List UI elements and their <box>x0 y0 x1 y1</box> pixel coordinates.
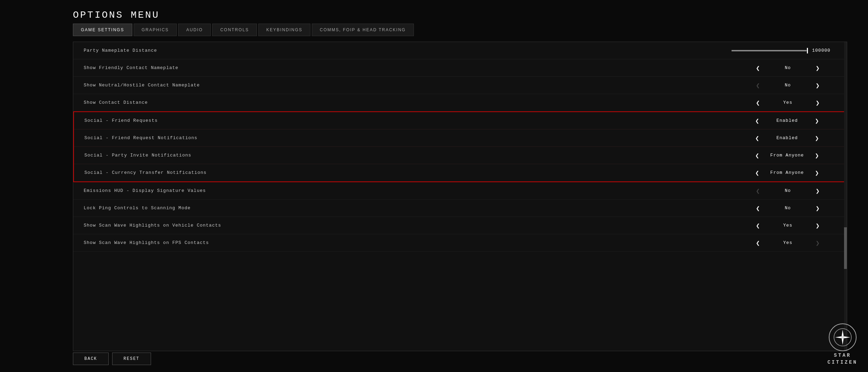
chevron-right-icon <box>815 135 819 141</box>
tab-keybindings[interactable]: KEYBINDINGS <box>258 24 310 36</box>
setting-label-social-party-invite-notifications: Social - Party Invite Notifications <box>84 153 738 158</box>
chevron-right-icon <box>815 118 819 124</box>
chevron-left-icon <box>755 135 759 141</box>
setting-row-show-contact-distance: Show Contact Distance Yes <box>73 94 847 111</box>
chevron-left-icon <box>755 170 759 176</box>
setting-value-emissions-hud: No <box>767 188 809 193</box>
setting-label-emissions-hud: Emissions HUD - Display Signature Values <box>84 188 739 193</box>
prev-button-show-neutral-hostile[interactable] <box>753 81 763 90</box>
setting-row-emissions-hud: Emissions HUD - Display Signature Values… <box>73 182 847 200</box>
back-button[interactable]: BACK <box>73 353 109 365</box>
tab-game-settings[interactable]: GAME SETTINGS <box>73 24 132 36</box>
setting-row-social-party-invite-notifications: Social - Party Invite Notifications From… <box>74 147 846 164</box>
setting-row-lock-ping-controls: Lock Ping Controls to Scanning Mode No <box>73 200 847 217</box>
setting-control: From Anyone <box>738 168 836 177</box>
next-button-social-friend-request-notifications[interactable] <box>812 134 822 143</box>
setting-control: From Anyone <box>738 151 836 160</box>
setting-label-show-neutral-hostile: Show Neutral/Hostile Contact Nameplate <box>84 83 739 88</box>
prev-button-social-currency-transfer-notifications[interactable] <box>752 168 762 177</box>
setting-value-show-contact-distance: Yes <box>767 100 809 105</box>
page-title: OPTIONS MENU <box>73 10 160 20</box>
logo-text-bottom: CITIZEN <box>827 360 858 365</box>
next-button-social-party-invite-notifications[interactable] <box>812 151 822 160</box>
chevron-right-icon <box>816 65 820 71</box>
chevron-left-icon <box>756 65 760 71</box>
chevron-right-icon <box>816 222 820 229</box>
chevron-right-icon <box>816 188 820 194</box>
prev-button-show-scan-wave-fps[interactable] <box>753 238 763 247</box>
slider-value: 100000 <box>812 48 836 53</box>
setting-label-social-currency-transfer-notifications: Social - Currency Transfer Notifications <box>84 170 738 175</box>
setting-control: No <box>739 81 836 90</box>
prev-button-social-friend-requests[interactable] <box>752 116 762 125</box>
prev-button-show-contact-distance[interactable] <box>753 98 763 107</box>
setting-control: Yes <box>739 98 836 107</box>
red-bordered-section: Social - Friend Requests Enabled Social … <box>73 111 847 182</box>
chevron-left-icon <box>755 118 759 124</box>
setting-value-show-friendly-contact-nameplate: No <box>767 65 809 70</box>
next-button-show-friendly-contact-nameplate[interactable] <box>813 64 823 73</box>
next-button-lock-ping-controls[interactable] <box>813 204 823 213</box>
reset-button[interactable]: RESET <box>112 353 151 365</box>
chevron-left-icon <box>756 205 760 211</box>
nav-tabs: GAME SETTINGS GRAPHICS AUDIO CONTROLS KE… <box>73 24 414 36</box>
setting-value-lock-ping-controls: No <box>767 205 809 211</box>
logo-emblem <box>832 327 853 348</box>
setting-value-social-currency-transfer-notifications: From Anyone <box>766 170 808 175</box>
setting-label-show-scan-wave-vehicle: Show Scan Wave Highlights on Vehicle Con… <box>84 223 739 228</box>
setting-value-social-party-invite-notifications: From Anyone <box>766 153 808 158</box>
setting-value-show-neutral-hostile: No <box>767 83 809 88</box>
prev-button-social-friend-request-notifications[interactable] <box>752 134 762 143</box>
slider-thumb <box>807 48 808 53</box>
prev-button-show-friendly-contact-nameplate[interactable] <box>753 64 763 73</box>
prev-button-emissions-hud[interactable] <box>753 186 763 195</box>
next-button-emissions-hud[interactable] <box>813 186 823 195</box>
prev-button-lock-ping-controls[interactable] <box>753 204 763 213</box>
next-button-show-scan-wave-fps[interactable] <box>813 238 823 247</box>
setting-label-show-friendly-contact-nameplate: Show Friendly Contact Nameplate <box>84 65 739 70</box>
chevron-left-icon <box>756 240 760 246</box>
setting-label-social-friend-requests: Social - Friend Requests <box>84 118 738 123</box>
next-button-show-contact-distance[interactable] <box>813 98 823 107</box>
setting-row-social-currency-transfer-notifications: Social - Currency Transfer Notifications… <box>74 164 846 181</box>
setting-row-social-friend-requests: Social - Friend Requests Enabled <box>74 112 846 129</box>
setting-row-party-nameplate-distance: Party Nameplate Distance 100000 <box>73 42 847 59</box>
tab-audio[interactable]: AUDIO <box>178 24 211 36</box>
slider-track[interactable] <box>732 50 808 51</box>
tab-graphics[interactable]: GRAPHICS <box>134 24 177 36</box>
bottom-buttons: BACK RESET <box>73 353 151 365</box>
prev-button-social-party-invite-notifications[interactable] <box>752 151 762 160</box>
slider-fill <box>732 50 807 51</box>
chevron-left-icon <box>755 152 759 159</box>
logo-text-top: STAR <box>834 353 851 358</box>
chevron-left-icon <box>756 82 760 88</box>
content-area: Party Nameplate Distance 100000 Show Fri… <box>73 42 847 351</box>
tab-comms-foip[interactable]: COMMS, FOIP & HEAD TRACKING <box>312 24 414 36</box>
next-button-social-friend-requests[interactable] <box>812 116 822 125</box>
tab-controls[interactable]: CONTROLS <box>212 24 257 36</box>
setting-value-show-scan-wave-fps: Yes <box>767 240 809 245</box>
scrollbar-thumb[interactable] <box>844 227 847 269</box>
setting-control: Yes <box>739 221 836 230</box>
scrollbar[interactable] <box>844 42 847 351</box>
setting-row-show-neutral-hostile: Show Neutral/Hostile Contact Nameplate N… <box>73 77 847 94</box>
setting-label-show-scan-wave-fps: Show Scan Wave Highlights on FPS Contact… <box>84 240 739 245</box>
setting-label-show-contact-distance: Show Contact Distance <box>84 100 739 105</box>
setting-row-show-scan-wave-vehicle: Show Scan Wave Highlights on Vehicle Con… <box>73 217 847 234</box>
next-button-show-neutral-hostile[interactable] <box>813 81 823 90</box>
setting-control: No <box>739 186 836 195</box>
logo-circle <box>829 323 857 351</box>
setting-label-party-nameplate-distance: Party Nameplate Distance <box>84 48 732 53</box>
setting-row-social-friend-request-notifications: Social - Friend Request Notifications En… <box>74 129 846 147</box>
chevron-right-icon <box>816 100 820 106</box>
star-citizen-logo: STAR CITIZEN <box>827 323 858 365</box>
setting-control: No <box>739 64 836 73</box>
setting-label-lock-ping-controls: Lock Ping Controls to Scanning Mode <box>84 205 739 211</box>
next-button-show-scan-wave-vehicle[interactable] <box>813 221 823 230</box>
prev-button-show-scan-wave-vehicle[interactable] <box>753 221 763 230</box>
slider-container: 100000 <box>732 48 836 53</box>
chevron-left-icon <box>756 222 760 229</box>
setting-control: No <box>739 204 836 213</box>
setting-value-social-friend-requests: Enabled <box>766 118 808 123</box>
next-button-social-currency-transfer-notifications[interactable] <box>812 168 822 177</box>
